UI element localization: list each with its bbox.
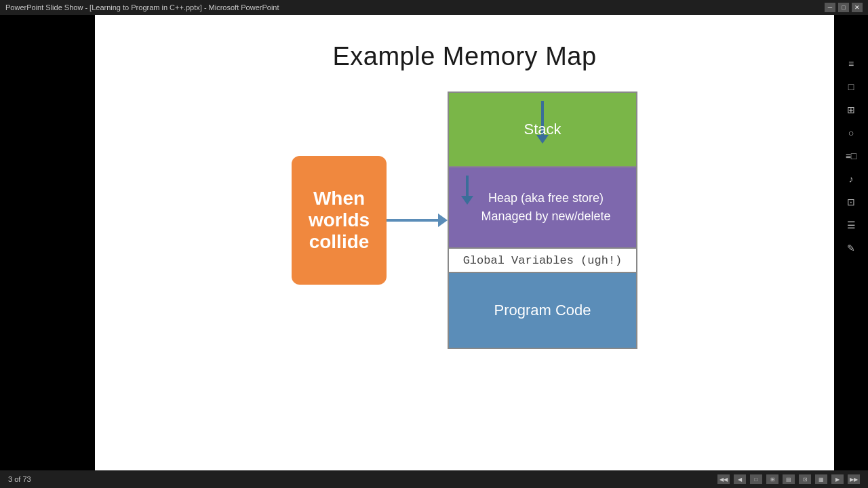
right-icon-3[interactable]: ⊞ — [843, 102, 859, 118]
close-button[interactable]: ✕ — [852, 3, 863, 12]
status-icon-prev[interactable]: ◀ — [734, 474, 746, 484]
arrow-line — [387, 219, 438, 222]
heap-text-line1: Heap (aka free store) — [481, 189, 610, 207]
heap-text: Heap (aka free store) Managed by new/del… — [474, 189, 610, 226]
code-section: Program Code — [449, 273, 636, 348]
memory-map: Stack Heap (aka free store) Managed by n… — [448, 92, 637, 349]
status-icon-view1[interactable]: ⊞ — [766, 474, 778, 484]
right-icon-8[interactable]: ☰ — [843, 217, 859, 233]
right-icon-5[interactable]: ≡□ — [843, 148, 859, 164]
stack-section: Stack — [449, 93, 636, 167]
when-worlds-box: When worlds collide — [292, 156, 387, 285]
right-icon-4[interactable]: ○ — [843, 125, 859, 141]
arrow-container — [387, 214, 448, 227]
right-icon-7[interactable]: ⊡ — [843, 194, 859, 210]
when-worlds-text: When worlds collide — [298, 188, 380, 253]
global-label: Global Variables (ugh!) — [463, 254, 623, 267]
status-icon-fit[interactable]: □ — [750, 474, 762, 484]
global-section: Global Variables (ugh!) — [449, 249, 636, 273]
heap-text-line2: Managed by new/delete — [481, 207, 610, 226]
status-icon-next[interactable]: ▶ — [831, 474, 844, 484]
status-icon-view2[interactable]: ▤ — [783, 474, 795, 484]
slide-count: 3 of 73 — [8, 475, 31, 483]
stack-label: Stack — [524, 121, 561, 138]
arrow-head — [438, 214, 448, 227]
title-bar-controls: ─ □ ✕ — [825, 3, 863, 12]
right-panel: ≡ □ ⊞ ○ ≡□ ♪ ⊡ ☰ ✎ — [834, 15, 868, 470]
slide-title: Example Memory Map — [332, 42, 596, 71]
status-icon-view4[interactable]: ▦ — [815, 474, 827, 484]
status-icon-prev2[interactable]: ◀◀ — [717, 474, 730, 484]
maximize-button[interactable]: □ — [838, 3, 849, 12]
right-icon-1[interactable]: ≡ — [843, 56, 859, 72]
heap-section: Heap (aka free store) Managed by new/del… — [449, 167, 636, 249]
left-panel — [0, 15, 95, 470]
diagram-container: When worlds collide Stack — [292, 92, 637, 349]
heap-arrow-line — [466, 176, 469, 196]
status-icon-view3[interactable]: ⊡ — [799, 474, 811, 484]
slide-area: Example Memory Map When worlds collide — [95, 15, 834, 470]
heap-arrow-head — [461, 196, 473, 205]
minimize-button[interactable]: ─ — [825, 3, 835, 12]
right-icon-2[interactable]: □ — [843, 79, 859, 95]
code-label: Program Code — [494, 302, 591, 319]
status-bar: 3 of 73 ◀◀ ◀ □ ⊞ ▤ ⊡ ▦ ▶ ▶▶ — [0, 470, 868, 488]
main-container: Example Memory Map When worlds collide — [0, 15, 868, 470]
title-bar-text: PowerPoint Slide Show - [Learning to Pro… — [5, 3, 825, 12]
status-right: ◀◀ ◀ □ ⊞ ▤ ⊡ ▦ ▶ ▶▶ — [717, 474, 860, 484]
right-icon-9[interactable]: ✎ — [843, 240, 859, 256]
title-bar: PowerPoint Slide Show - [Learning to Pro… — [0, 0, 868, 15]
right-icon-6[interactable]: ♪ — [843, 171, 859, 187]
heap-up-arrow — [461, 176, 473, 205]
status-icon-next2[interactable]: ▶▶ — [848, 474, 860, 484]
